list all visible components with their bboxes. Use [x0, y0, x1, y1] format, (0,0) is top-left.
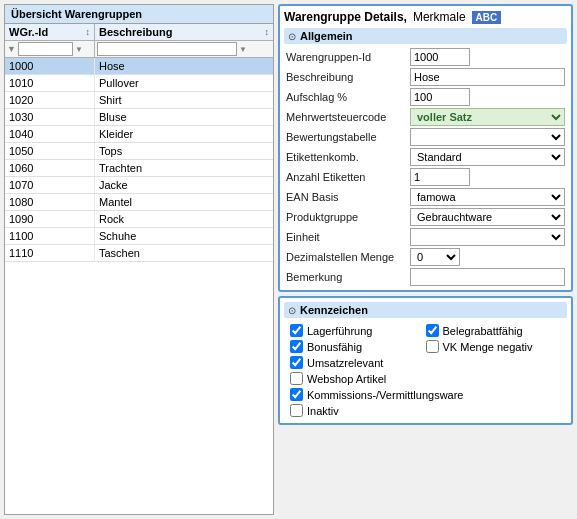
- kennzeichen-checkboxes: Lagerführung Belegrabattfähig Bonusfähig…: [284, 322, 567, 419]
- checkbox-bonusfaehig-input[interactable]: [290, 340, 303, 353]
- td-id: 1000: [5, 58, 95, 74]
- checkbox-belegrabattfaehig: Belegrabattfähig: [426, 324, 562, 337]
- select-bewertungstabelle[interactable]: [410, 128, 565, 146]
- table-row[interactable]: 1000 Hose: [5, 58, 273, 75]
- table-row[interactable]: 1070 Jacke: [5, 177, 273, 194]
- td-id: 1010: [5, 75, 95, 91]
- left-panel-title: Übersicht Warengruppen: [5, 5, 273, 24]
- select-etikettenkomb[interactable]: Standard: [410, 148, 565, 166]
- filter-funnel-id[interactable]: ▼: [75, 45, 83, 54]
- sort-icon-id[interactable]: ↕: [86, 27, 91, 37]
- label-ean-basis: EAN Basis: [286, 189, 406, 205]
- table-row[interactable]: 1100 Schuhe: [5, 228, 273, 245]
- checkbox-placeholder2: [426, 372, 562, 385]
- input-bemerkung[interactable]: [410, 268, 565, 286]
- td-id: 1020: [5, 92, 95, 108]
- checkbox-umsatzrelevant-input[interactable]: [290, 356, 303, 369]
- allgemein-form: Warengruppen-Id Beschreibung Aufschlag %…: [284, 48, 567, 286]
- select-einheit[interactable]: [410, 228, 565, 246]
- td-id: 1090: [5, 211, 95, 227]
- table-row[interactable]: 1030 Bluse: [5, 109, 273, 126]
- details-subtitle: Merkmale: [413, 10, 466, 24]
- td-desc: Trachten: [95, 160, 273, 176]
- kennzeichen-panel: ⊙ Kennzeichen Lagerführung Belegrabattfä…: [278, 296, 573, 425]
- label-dezimalstellen-menge: Dezimalstellen Menge: [286, 249, 406, 265]
- td-desc: Pullover: [95, 75, 273, 91]
- td-id: 1030: [5, 109, 95, 125]
- section-allgemein-header[interactable]: ⊙ Allgemein: [284, 28, 567, 44]
- label-aufschlag: Aufschlag %: [286, 89, 406, 105]
- input-wgr-id[interactable]: [410, 48, 470, 66]
- td-desc: Kleider: [95, 126, 273, 142]
- checkbox-belegrabattfaehig-input[interactable]: [426, 324, 439, 337]
- td-desc: Tops: [95, 143, 273, 159]
- td-desc: Rock: [95, 211, 273, 227]
- label-beschreibung: Beschreibung: [286, 69, 406, 85]
- filter-input-id[interactable]: [18, 42, 73, 56]
- select-ean-basis[interactable]: famowa: [410, 188, 565, 206]
- section-kennzeichen-header[interactable]: ⊙ Kennzeichen: [284, 302, 567, 318]
- details-panel: Warengruppe Details, Merkmale ABC ⊙ Allg…: [278, 4, 573, 292]
- td-id: 1110: [5, 245, 95, 261]
- checkbox-vk-menge-negativ-input[interactable]: [426, 340, 439, 353]
- table-body: 1000 Hose 1010 Pullover 1020 Shirt 1030 …: [5, 58, 273, 514]
- checkbox-bonusfaehig: Bonusfähig: [290, 340, 426, 353]
- right-panels: Warengruppe Details, Merkmale ABC ⊙ Allg…: [278, 4, 573, 515]
- table-row[interactable]: 1110 Taschen: [5, 245, 273, 262]
- table-row[interactable]: 1080 Mantel: [5, 194, 273, 211]
- td-desc: Bluse: [95, 109, 273, 125]
- label-bewertungstabelle: Bewertungstabelle: [286, 129, 406, 145]
- select-dezimalstellen-menge[interactable]: 0 1 2: [410, 248, 460, 266]
- checkbox-inaktiv: Inaktiv: [290, 404, 426, 417]
- select-mehrwertsteuercode[interactable]: voller Satz halber Satz steuerfrei: [410, 108, 565, 126]
- label-bemerkung: Bemerkung: [286, 269, 406, 285]
- checkbox-umsatzrelevant: Umsatzrelevant: [290, 356, 426, 369]
- td-id: 1060: [5, 160, 95, 176]
- th-wgr-id: WGr.-Id ↕: [5, 24, 95, 40]
- table-row[interactable]: 1020 Shirt: [5, 92, 273, 109]
- td-desc: Shirt: [95, 92, 273, 108]
- filter-funnel-desc[interactable]: ▼: [239, 45, 247, 54]
- sort-icon-desc[interactable]: ↕: [265, 27, 270, 37]
- left-panel: Übersicht Warengruppen WGr.-Id ↕ Beschre…: [4, 4, 274, 515]
- table-row[interactable]: 1060 Trachten: [5, 160, 273, 177]
- input-beschreibung[interactable]: [410, 68, 565, 86]
- collapse-icon-allgemein: ⊙: [288, 31, 296, 42]
- section-allgemein-label: Allgemein: [300, 30, 353, 42]
- table-row[interactable]: 1050 Tops: [5, 143, 273, 160]
- checkbox-lagerfuehrung: Lagerführung: [290, 324, 426, 337]
- abc-badge: ABC: [472, 11, 502, 24]
- checkbox-inaktiv-input[interactable]: [290, 404, 303, 417]
- checkbox-kommissions-input[interactable]: [290, 388, 303, 401]
- input-aufschlag[interactable]: [410, 88, 470, 106]
- td-id: 1100: [5, 228, 95, 244]
- input-anzahl-etiketten[interactable]: [410, 168, 470, 186]
- td-id: 1070: [5, 177, 95, 193]
- table-header: WGr.-Id ↕ Beschreibung ↕: [5, 24, 273, 41]
- checkbox-placeholder1: [426, 356, 562, 369]
- table-row[interactable]: 1040 Kleider: [5, 126, 273, 143]
- label-etikettenkomb: Etikettenkomb.: [286, 149, 406, 165]
- filter-cell-id: ▼ ▼: [5, 41, 95, 57]
- td-desc: Taschen: [95, 245, 273, 261]
- table-row[interactable]: 1090 Rock: [5, 211, 273, 228]
- label-mehrwertsteuercode: Mehrwertsteuercode: [286, 109, 406, 125]
- td-id: 1080: [5, 194, 95, 210]
- td-desc: Hose: [95, 58, 273, 74]
- table-row[interactable]: 1010 Pullover: [5, 75, 273, 92]
- checkbox-kommissions: Kommissions-/Vermittlungsware: [290, 388, 561, 401]
- checkbox-webshop-artikel-input[interactable]: [290, 372, 303, 385]
- label-anzahl-etiketten: Anzahl Etiketten: [286, 169, 406, 185]
- select-produktgruppe[interactable]: Gebrauchtware: [410, 208, 565, 226]
- filter-cell-desc: ▼: [95, 41, 273, 57]
- checkbox-lagerfuehrung-input[interactable]: [290, 324, 303, 337]
- filter-input-desc[interactable]: [97, 42, 237, 56]
- td-desc: Jacke: [95, 177, 273, 193]
- th-beschreibung: Beschreibung ↕: [95, 24, 273, 40]
- label-produktgruppe: Produktgruppe: [286, 209, 406, 225]
- section-kennzeichen-label: Kennzeichen: [300, 304, 368, 316]
- td-id: 1040: [5, 126, 95, 142]
- collapse-icon-kennzeichen: ⊙: [288, 305, 296, 316]
- filter-icon-id: ▼: [7, 44, 16, 54]
- label-wgr-id: Warengruppen-Id: [286, 49, 406, 65]
